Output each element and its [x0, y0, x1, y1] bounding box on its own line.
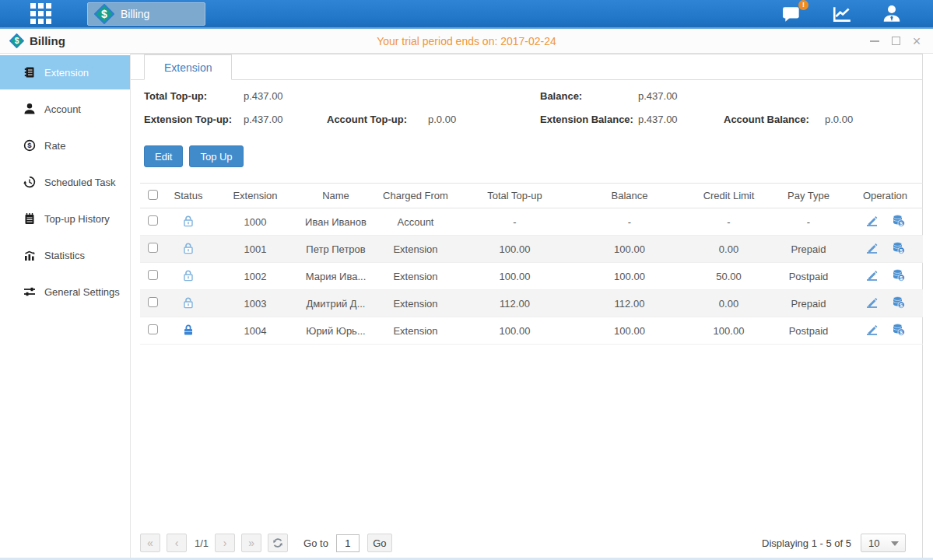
sidebar-item-label: General Settings — [44, 286, 120, 298]
app-grid-icon — [30, 3, 51, 24]
tab-extension[interactable]: Extension — [144, 54, 232, 80]
goto-page-input[interactable] — [336, 534, 360, 552]
reports-icon — [832, 5, 852, 23]
table-row: 1002 Мария Ива... Extension 100.00 100.0… — [140, 263, 923, 290]
row-edit-button[interactable] — [865, 214, 879, 229]
topup-button[interactable]: Top Up — [189, 145, 243, 167]
sidebar-item-statistics[interactable]: Statistics — [0, 238, 130, 272]
billing-app-icon — [94, 4, 114, 24]
taskbar-billing-tab[interactable]: Billing — [87, 2, 205, 26]
sidebar-item-general-settings[interactable]: General Settings — [0, 275, 130, 309]
row-topup-button[interactable] — [892, 268, 905, 284]
row-checkbox[interactable] — [148, 270, 158, 280]
general-settings-icon — [23, 285, 36, 298]
next-page-button[interactable]: › — [215, 534, 235, 552]
row-topup-button[interactable] — [892, 296, 905, 311]
table-row: 1000 Иван Иванов Account - - - - — [140, 208, 923, 236]
tab-strip: Extension — [131, 54, 922, 80]
main-panel: Extension Total Top-up: p.437.00 Balance… — [131, 54, 923, 558]
prev-page-button[interactable]: ‹ — [167, 534, 187, 552]
sidebar-item-scheduled-task[interactable]: Scheduled Task — [0, 165, 130, 199]
balance-summary: Total Top-up: p.437.00 Balance: p.437.00… — [144, 90, 922, 125]
credit-limit-cell: 0.00 — [688, 290, 770, 317]
charged-from-cell: Extension — [373, 263, 458, 290]
charged-from-cell: Extension — [373, 317, 458, 345]
select-all-checkbox[interactable] — [148, 190, 158, 200]
topup-history-icon — [23, 212, 36, 225]
col-balance: Balance — [571, 184, 688, 208]
col-extension: Extension — [212, 184, 299, 208]
last-page-button[interactable]: » — [241, 534, 261, 552]
col-status: Status — [165, 184, 212, 208]
toolbar: Edit Top Up — [144, 145, 922, 167]
sidebar-item-rate[interactable]: $ Rate — [0, 128, 130, 163]
page-size-select[interactable]: 10 — [861, 534, 906, 552]
name-cell: Дмитрий Д... — [299, 290, 373, 317]
row-topup-button[interactable] — [892, 214, 905, 229]
operation-cell — [847, 290, 923, 317]
window-title-bar: Billing Your trial period ends on: 2017-… — [0, 29, 933, 54]
total-topup-label: Total Top-up: — [144, 90, 244, 102]
operation-cell — [847, 236, 923, 263]
notifications-button[interactable]: ! — [782, 5, 802, 23]
row-topup-button[interactable] — [892, 241, 905, 257]
balance-label: Balance: — [540, 90, 638, 102]
billing-window-icon — [9, 33, 24, 48]
row-topup-button[interactable] — [892, 323, 905, 338]
displaying-status: Displaying 1 - 5 of 5 — [762, 537, 851, 549]
go-button[interactable]: Go — [367, 534, 392, 552]
user-button[interactable] — [882, 4, 902, 24]
credit-limit-cell: 0.00 — [688, 236, 770, 263]
maximize-button[interactable] — [890, 36, 901, 47]
row-edit-button[interactable] — [865, 323, 879, 338]
total-topup-cell: 100.00 — [458, 263, 571, 290]
sidebar-item-account[interactable]: Account — [0, 92, 130, 126]
topup-icon — [892, 268, 905, 282]
sidebar-item-label: Statistics — [44, 250, 85, 261]
status-cell — [165, 317, 212, 345]
row-checkbox[interactable] — [148, 215, 158, 226]
extension-table: Status Extension Name Charged From Total… — [140, 183, 923, 345]
operation-cell — [847, 317, 923, 345]
status-cell — [165, 290, 212, 317]
pay-type-cell: Postpaid — [770, 317, 847, 345]
sidebar-item-label: Account — [44, 103, 81, 115]
sidebar-item-extension[interactable]: Extension — [0, 55, 130, 89]
operation-cell — [847, 263, 923, 290]
close-button[interactable]: × — [911, 36, 922, 47]
charged-from-cell: Extension — [373, 236, 458, 263]
col-total-topup: Total Top-up — [458, 184, 571, 208]
col-charged-from: Charged From — [373, 184, 458, 208]
extension-cell: 1003 — [212, 290, 299, 317]
balance-cell: - — [571, 208, 688, 236]
topup-icon — [892, 241, 905, 254]
operation-cell — [847, 208, 923, 236]
sidebar-item-topup-history[interactable]: Top-up History — [0, 201, 130, 236]
refresh-button[interactable] — [268, 534, 288, 552]
row-checkbox[interactable] — [148, 297, 158, 307]
topbar-actions: ! — [782, 0, 902, 27]
row-edit-button[interactable] — [865, 268, 879, 284]
lock-closed-icon — [182, 324, 195, 336]
reports-button[interactable] — [832, 5, 852, 23]
minimize-button[interactable] — [869, 36, 880, 47]
chevron-down-icon — [891, 541, 899, 546]
rate-icon: $ — [23, 139, 36, 152]
goto-label: Go to — [303, 537, 328, 549]
pay-type-cell: Prepaid — [770, 290, 847, 317]
row-edit-button[interactable] — [865, 296, 879, 311]
row-checkbox[interactable] — [148, 324, 158, 334]
page-indicator: 1/1 — [195, 537, 209, 549]
app-launcher-button[interactable] — [17, 0, 64, 27]
edit-button[interactable]: Edit — [144, 145, 183, 167]
maximize-icon — [892, 37, 900, 45]
row-checkbox[interactable] — [148, 243, 158, 253]
first-page-button[interactable]: « — [140, 534, 160, 552]
balance-cell: 100.00 — [571, 263, 688, 290]
row-edit-button[interactable] — [865, 241, 879, 257]
name-cell: Юрий Юрь... — [299, 317, 373, 345]
balance-cell: 100.00 — [571, 236, 688, 263]
scheduled-task-icon — [23, 176, 36, 188]
total-topup-cell: 100.00 — [458, 236, 571, 263]
extension-cell: 1001 — [212, 236, 299, 263]
